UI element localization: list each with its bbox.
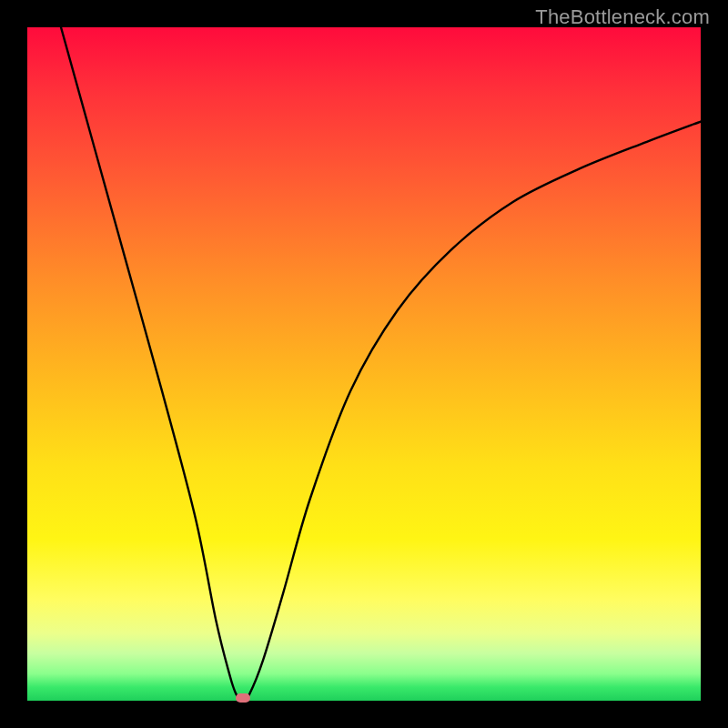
bottleneck-curve [61, 27, 701, 701]
curve-layer [27, 27, 701, 701]
chart-outer-frame: TheBottleneck.com [0, 0, 728, 728]
plot-area [27, 27, 701, 701]
watermark-text: TheBottleneck.com [535, 5, 710, 29]
optimal-point-marker [236, 693, 250, 703]
